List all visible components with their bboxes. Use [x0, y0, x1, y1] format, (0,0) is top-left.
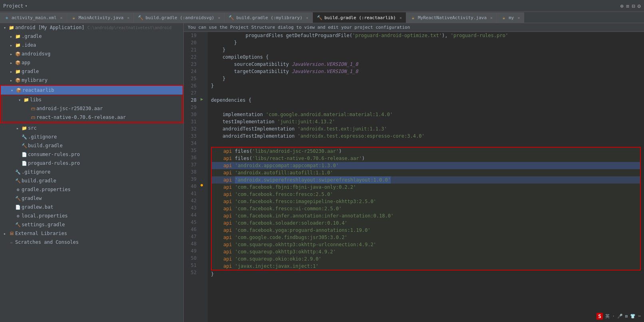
gradle-file-icon: 🔨 — [21, 142, 28, 149]
folder-icon: 📁 — [8, 24, 15, 31]
run-marker[interactable]: ▶ — [201, 97, 203, 102]
tree-item-root[interactable]: ▾ 📁 android [My Application] C:\androidp… — [0, 23, 183, 32]
boxed-region: api files('libs/android-jsc-r250230.aar'… — [211, 147, 641, 271]
folder-icon: 📁 — [23, 97, 30, 103]
warning-marker[interactable]: ● — [201, 183, 203, 187]
tree-item-aar2[interactable]: 🗃 react-native-0.70.6-release.aar — [2, 113, 181, 122]
tab-close-icon[interactable]: ✕ — [306, 16, 308, 20]
tree-label: settings.gradle — [22, 222, 183, 227]
module-folder-icon: 📦 — [14, 59, 22, 66]
tree-item-idea[interactable]: ▸ 📁 .idea — [0, 41, 183, 49]
main-layout: ▾ 📁 android [My Application] C:\androidp… — [0, 23, 644, 322]
gradle-file-icon: 🔨 — [14, 195, 22, 201]
file-icon: 📄 — [21, 160, 28, 166]
file-icon: 📄 — [21, 151, 28, 158]
tree-label: .idea — [22, 42, 183, 48]
tree-item-app[interactable]: ▸ 📦 app — [0, 58, 183, 67]
module-folder-icon: 📦 — [14, 77, 22, 83]
code-line-22: compileOptions { — [211, 53, 641, 61]
code-line-21: } — [211, 46, 641, 53]
tree-item-src[interactable]: ▸ 📁 src — [0, 124, 183, 132]
tab-build-gradle-mylibrary[interactable]: 🔨 build.gradle (:mylibrary) ✕ — [225, 12, 313, 23]
tab-build-gradle-androidsvg[interactable]: 🔨 build.gradle (:androidsvg) ✕ — [134, 12, 225, 23]
collapse-icon[interactable]: ⊟ — [632, 3, 635, 9]
tab-close-icon[interactable]: ✕ — [60, 16, 63, 20]
tree-item-local-properties[interactable]: ⚙ local.properties — [0, 211, 183, 220]
tree-item-gradle-dir[interactable]: ▸ 📁 gradle — [0, 67, 183, 76]
structure-icon[interactable]: ≡ — [626, 3, 629, 9]
code-line-47: api 'com.google.code.findbugs:jsr305:3.0… — [212, 234, 640, 241]
project-tree[interactable]: ▾ 📁 android [My Application] C:\androidp… — [0, 23, 183, 322]
tree-label: gradle — [22, 69, 183, 74]
expand-arrow: ▸ — [8, 43, 14, 47]
code-line-48: api 'com.squareup.okhttp3:okhttp-urlconn… — [212, 241, 640, 248]
tree-item-gradle-hidden[interactable]: ▸ 📁 .gradle — [0, 32, 183, 41]
tab-close-icon[interactable]: ✕ — [218, 16, 220, 20]
editor-content[interactable]: 19 20 21 22 23 24 25 26 27 28 29 30 31 3… — [184, 32, 644, 322]
tree-label: gradle.properties — [22, 187, 183, 192]
code-line-25: } — [211, 75, 641, 82]
sync-icon[interactable]: ⊕ — [620, 3, 623, 9]
tab-myreactnativeactivity-java[interactable]: ☕ MyReactNativeActivity.java ✕ — [406, 12, 497, 23]
tray-shirt: 👕 — [630, 314, 636, 319]
tree-item-libs[interactable]: ▾ 📁 libs — [2, 95, 181, 104]
tab-build-gradle-reactaarlib[interactable]: 🔨 build.gradle (:reactaarlib) ✕ — [313, 12, 406, 23]
top-bar: Project ▾ ⊕ ≡ ⊟ ⚙ — [0, 0, 644, 12]
tab-close-icon[interactable]: ✕ — [517, 16, 520, 20]
code-line-32: androidTestImplementation 'androidx.test… — [211, 125, 641, 132]
project-dropdown-icon[interactable]: ▾ — [25, 4, 28, 8]
settings-icon[interactable]: ⚙ — [638, 3, 641, 9]
tree-item-gradlew[interactable]: 🔨 gradlew — [0, 194, 183, 203]
gitignore-icon: 🔧 — [21, 134, 28, 140]
tree-item-gitignore1[interactable]: 🔧 .gitignore — [0, 132, 183, 141]
gradle-file-icon: 🔨 — [14, 178, 22, 184]
code-lines: proguardFiles getDefaultProguardFile('pr… — [208, 32, 644, 322]
tree-item-proguard-rules[interactable]: 📄 proguard-rules.pro — [0, 159, 183, 168]
tree-label: androidsvg — [22, 51, 183, 57]
project-menu[interactable]: Project ▾ — [3, 3, 28, 9]
java-icon: ☕ — [501, 15, 507, 20]
tree-item-scratches-consoles[interactable]: ✏ Scratches and Consoles — [0, 238, 183, 247]
tree-item-androidsvg[interactable]: ▸ 📦 androidsvg — [0, 49, 183, 58]
tray-dot: · — [612, 314, 615, 319]
tree-item-gitignore-root[interactable]: 🔧 .gitignore — [0, 168, 183, 176]
code-line-40: api 'com.facebook.fbjni:fbjni-java-only:… — [212, 184, 640, 191]
folder-icon: 📁 — [14, 68, 22, 75]
tree-label: Scratches and Consoles — [15, 239, 183, 245]
tree-item-build-gradle-root[interactable]: 🔨 build.gradle — [0, 176, 183, 185]
tab-close-icon[interactable]: ✕ — [127, 16, 129, 20]
tab-label: my — [509, 15, 514, 20]
tree-item-aar1[interactable]: 🗃 android-jsc-r250230.aar — [2, 104, 181, 113]
tree-item-gradlew-bat[interactable]: 📄 gradlew.bat — [0, 203, 183, 211]
tree-item-gradle-properties[interactable]: ⚙ gradle.properties — [0, 185, 183, 194]
tab-close-icon[interactable]: ✕ — [400, 16, 402, 20]
tree-label: libs — [30, 97, 181, 103]
code-line-30: implementation 'com.google.android.mater… — [211, 111, 641, 118]
tree-item-reactaarlib[interactable]: ▾ 📦 reactaarlib — [1, 86, 183, 95]
code-line-35: api files('libs/android-jsc-r250230.aar'… — [212, 148, 640, 155]
code-line-49: api 'com.squareup.okhttp3:okhttp:4.9.2' — [212, 248, 640, 255]
tab-label: build.gradle (:reactaarlib) — [324, 15, 396, 20]
tree-item-settings-gradle[interactable]: 🔨 settings.gradle — [0, 220, 183, 229]
editor-hint: You can use the Project Structure dialog… — [184, 23, 644, 32]
tree-item-buildgradle1[interactable]: 🔨 build.gradle — [0, 141, 183, 150]
tree-label: local.properties — [22, 213, 183, 219]
tree-label: reactaarlib — [22, 87, 183, 93]
folder-icon: 📁 — [14, 33, 22, 40]
tree-item-mylibrary[interactable]: ▸ 📦 mylibrary — [0, 76, 183, 85]
code-line-46: api 'com.facebook.yoga:proguard-annotati… — [212, 227, 640, 234]
tree-label: proguard-rules.pro — [28, 160, 183, 166]
external-libraries-icon: 🏛 — [8, 230, 15, 237]
tab-activity-main-xml[interactable]: ◈ activity_main.xml ✕ — [0, 12, 67, 23]
tab-my[interactable]: ☕ my ✕ — [497, 12, 524, 23]
tree-item-consumer-rules[interactable]: 📄 consumer-rules.pro — [0, 150, 183, 159]
gradle-icon: 🔨 — [138, 15, 143, 20]
code-line-42: api 'com.facebook.fresco:imagepipeline-o… — [212, 198, 640, 205]
expand-arrow: ▸ — [8, 61, 14, 65]
tab-mainactivity-java[interactable]: ☕ MainActivity.java ✕ — [67, 12, 134, 23]
code-line-44: api 'com.facebook.infer.annotation:infer… — [212, 212, 640, 219]
code-line-43: api 'com.facebook.fresco:ui-common:2.5.0… — [212, 205, 640, 212]
tab-close-icon[interactable]: ✕ — [490, 16, 493, 20]
tree-item-external-libraries[interactable]: ▸ 🏛 External Libraries — [0, 229, 183, 238]
code-line-33: androidTestImplementation 'androidx.test… — [211, 132, 641, 140]
